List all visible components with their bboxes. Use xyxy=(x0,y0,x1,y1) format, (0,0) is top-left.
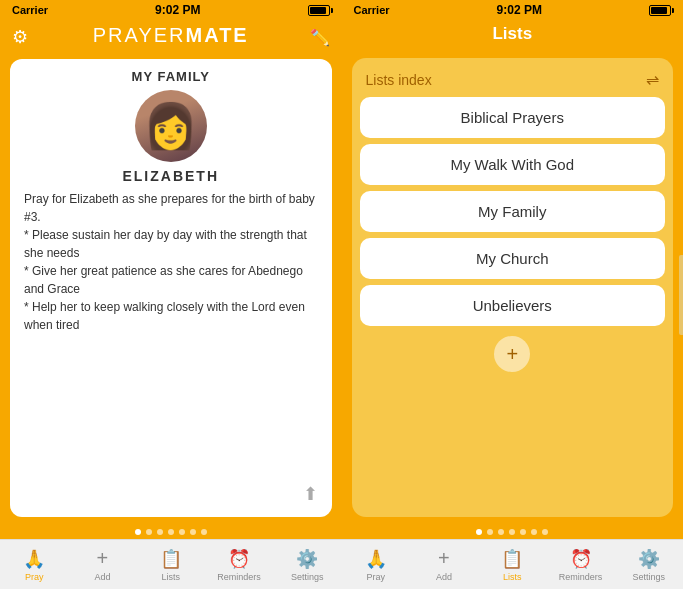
list-item-church-label: My Church xyxy=(476,250,549,267)
dot-5 xyxy=(179,529,185,535)
right-edge-peek xyxy=(679,255,683,335)
list-item-walk[interactable]: My Walk With God xyxy=(360,144,666,185)
reminders-icon-left: ⏰ xyxy=(228,548,250,570)
add-icon-left: + xyxy=(97,547,109,570)
list-item-family[interactable]: My Family xyxy=(360,191,666,232)
lists-content: Lists index ⇌ Biblical Prayers My Walk W… xyxy=(352,58,674,517)
edit-button[interactable]: ✏️ xyxy=(310,27,330,46)
reminders-label-left: Reminders xyxy=(217,572,261,582)
pray-label-right: Pray xyxy=(366,572,385,582)
shuffle-icon[interactable]: ⇌ xyxy=(646,70,659,89)
battery-right xyxy=(649,5,671,16)
tab-settings-right[interactable]: ⚙️ Settings xyxy=(615,540,683,589)
rdot-4 xyxy=(509,529,515,535)
person-name: ELIZABETH xyxy=(122,168,219,184)
lists-icon-right: 📋 xyxy=(501,548,523,570)
rdot-5 xyxy=(520,529,526,535)
rdot-1 xyxy=(476,529,482,535)
dot-6 xyxy=(190,529,196,535)
status-bar-right: Carrier 9:02 PM xyxy=(342,0,684,20)
reminders-icon-right: ⏰ xyxy=(570,548,592,570)
prayer-card: MY FAMILY ELIZABETH Pray for Elizabeth a… xyxy=(10,59,332,517)
tab-add-left[interactable]: + Add xyxy=(68,540,136,589)
pray-icon-left: 🙏 xyxy=(23,548,45,570)
tab-lists-left[interactable]: 📋 Lists xyxy=(137,540,205,589)
time-right: 9:02 PM xyxy=(497,3,542,17)
tab-pray-right[interactable]: 🙏 Pray xyxy=(342,540,410,589)
settings-icon-left: ⚙️ xyxy=(296,548,318,570)
dot-7 xyxy=(201,529,207,535)
lists-label-left: Lists xyxy=(161,572,180,582)
lists-label-right: Lists xyxy=(503,572,522,582)
app-title-prefix: PRAYER xyxy=(93,24,186,46)
add-label-right: Add xyxy=(436,572,452,582)
dot-3 xyxy=(157,529,163,535)
time-left: 9:02 PM xyxy=(155,3,200,17)
list-item-walk-label: My Walk With God xyxy=(450,156,574,173)
tab-reminders-right[interactable]: ⏰ Reminders xyxy=(546,540,614,589)
rdot-6 xyxy=(531,529,537,535)
rdot-2 xyxy=(487,529,493,535)
tab-settings-left[interactable]: ⚙️ Settings xyxy=(273,540,341,589)
add-label-left: Add xyxy=(94,572,110,582)
carrier-right: Carrier xyxy=(354,4,390,16)
rdot-3 xyxy=(498,529,504,535)
add-list-button[interactable]: + xyxy=(494,336,530,372)
list-item-unbelievers[interactable]: Unbelievers xyxy=(360,285,666,326)
card-title: MY FAMILY xyxy=(132,69,210,84)
add-icon-right: + xyxy=(438,547,450,570)
app-title: PRAYERMATE xyxy=(93,24,249,47)
rdot-7 xyxy=(542,529,548,535)
pray-icon-right: 🙏 xyxy=(365,548,387,570)
list-item-church[interactable]: My Church xyxy=(360,238,666,279)
tab-lists-right[interactable]: 📋 Lists xyxy=(478,540,546,589)
settings-icon-right: ⚙️ xyxy=(638,548,660,570)
app-title-suffix: MATE xyxy=(186,24,249,46)
settings-label-left: Settings xyxy=(291,572,324,582)
list-item-biblical-label: Biblical Prayers xyxy=(461,109,564,126)
pray-label-left: Pray xyxy=(25,572,44,582)
reminders-label-right: Reminders xyxy=(559,572,603,582)
tab-bar-left: 🙏 Pray + Add 📋 Lists ⏰ Reminders ⚙️ Sett… xyxy=(0,539,342,589)
dot-2 xyxy=(146,529,152,535)
right-phone: Carrier 9:02 PM Lists Lists index ⇌ Bibl… xyxy=(342,0,684,589)
carrier-left: Carrier xyxy=(12,4,48,16)
list-item-unbelievers-label: Unbelievers xyxy=(473,297,552,314)
prayer-text: Pray for Elizabeth as she prepares for t… xyxy=(24,190,318,479)
dot-1 xyxy=(135,529,141,535)
lists-index-label: Lists index xyxy=(366,72,432,88)
battery-icon-left xyxy=(308,5,330,16)
page-dots-left xyxy=(0,523,342,539)
app-header: ⚙ PRAYERMATE ✏️ xyxy=(0,20,342,53)
list-item-family-label: My Family xyxy=(478,203,546,220)
battery-icon-right xyxy=(649,5,671,16)
left-phone: Carrier 9:02 PM ⚙ PRAYERMATE ✏️ MY FAMIL… xyxy=(0,0,342,589)
lists-icon-left: 📋 xyxy=(160,548,182,570)
tab-bar-right: 🙏 Pray + Add 📋 Lists ⏰ Reminders ⚙️ Sett… xyxy=(342,539,684,589)
lists-header: Lists xyxy=(342,20,684,52)
gear-button[interactable]: ⚙ xyxy=(12,26,28,48)
card-header: MY FAMILY ELIZABETH xyxy=(24,69,318,184)
page-dots-right xyxy=(342,523,684,539)
add-list-icon: + xyxy=(506,343,518,366)
avatar xyxy=(135,90,207,162)
tab-pray-left[interactable]: 🙏 Pray xyxy=(0,540,68,589)
tab-reminders-left[interactable]: ⏰ Reminders xyxy=(205,540,273,589)
dot-4 xyxy=(168,529,174,535)
settings-label-right: Settings xyxy=(633,572,666,582)
tab-add-right[interactable]: + Add xyxy=(410,540,478,589)
status-bar-left: Carrier 9:02 PM xyxy=(0,0,342,20)
lists-title: Lists xyxy=(492,24,532,43)
battery-left xyxy=(308,5,330,16)
lists-index-row: Lists index ⇌ xyxy=(360,66,666,97)
share-button[interactable]: ⬆ xyxy=(303,483,318,505)
list-item-biblical[interactable]: Biblical Prayers xyxy=(360,97,666,138)
